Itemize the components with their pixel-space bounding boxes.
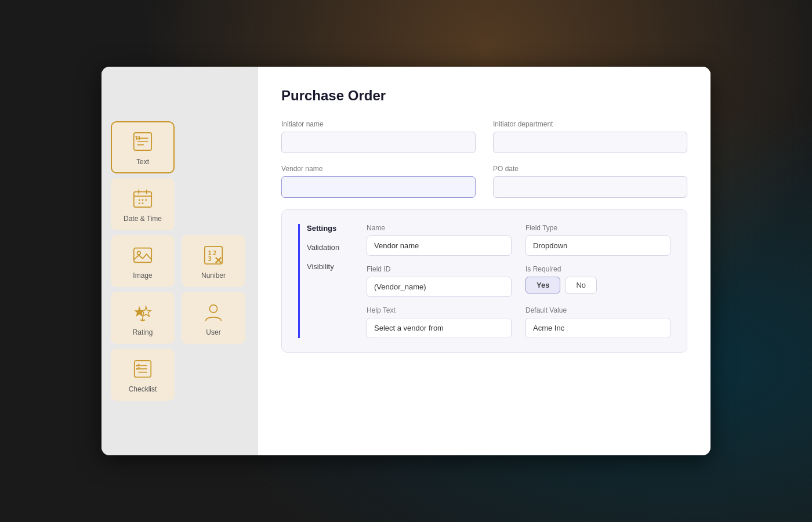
is-required-radio-group: Yes No (525, 277, 670, 293)
tab-visibility[interactable]: Visibility (307, 262, 350, 271)
svg-point-11 (145, 199, 147, 201)
sidebar-item-text-label: Text (136, 158, 149, 166)
sidebar-row-4: Rating User (111, 292, 245, 344)
image-icon (130, 242, 155, 268)
settings-field-type-field: Field Type (525, 224, 670, 256)
svg-point-15 (137, 251, 141, 255)
settings-name-input[interactable] (367, 235, 512, 256)
content-area: Purchase Order Initiator name Initiator … (258, 67, 710, 455)
tab-validation[interactable]: Validation (307, 243, 350, 252)
sidebar-row-3: Image 1 2 3 Nuniber (111, 235, 245, 287)
settings-is-required-label: Is Required (525, 265, 670, 273)
sidebar-item-checklist-label: Checklist (129, 385, 157, 393)
sidebar-item-user[interactable]: User (182, 292, 245, 344)
svg-point-9 (139, 199, 140, 201)
settings-panel: Settings Validation Visibility Name Fiel… (281, 209, 687, 353)
vendor-name-label: Vendor name (281, 165, 476, 173)
sidebar-item-image-label: Image (133, 271, 152, 280)
settings-default-value-label: Default Value (525, 306, 670, 314)
settings-field-type-input[interactable] (525, 235, 670, 256)
vendor-name-field: Vendor name (281, 165, 476, 198)
settings-help-text-field: Help Text (367, 306, 512, 338)
settings-field-id-input[interactable] (367, 277, 512, 297)
tab-settings[interactable]: Settings (307, 224, 350, 233)
svg-point-10 (142, 199, 144, 201)
checklist-icon (130, 356, 155, 382)
vendor-name-input[interactable] (281, 176, 476, 198)
settings-field-type-label: Field Type (525, 224, 670, 232)
svg-point-27 (209, 305, 217, 313)
main-container: TI Text (102, 67, 710, 455)
sidebar-item-user-label: User (206, 328, 220, 336)
initiator-department-field: Initiator department (493, 120, 687, 153)
sidebar-item-rating-label: Rating (133, 328, 153, 336)
sidebar-row-2: Date & Time (111, 178, 175, 230)
svg-point-13 (142, 202, 144, 204)
settings-field-id-label: Field ID (367, 265, 512, 273)
sidebar-item-datetime-label: Date & Time (124, 215, 162, 223)
sidebar-item-number[interactable]: 1 2 3 Nuniber (182, 235, 245, 287)
initiator-name-field: Initiator name (281, 120, 476, 153)
initiator-name-input[interactable] (281, 132, 476, 153)
sidebar-item-checklist[interactable]: Checklist (111, 349, 175, 401)
svg-text:TI: TI (135, 135, 141, 141)
user-icon (201, 299, 226, 325)
settings-default-value-field: Default Value (525, 306, 670, 338)
sidebar-item-text[interactable]: TI Text (111, 121, 175, 173)
number-icon: 1 2 3 (201, 242, 226, 268)
sidebar-row-1: TI Text (111, 121, 175, 173)
svg-text:2: 2 (213, 249, 216, 256)
settings-name-label: Name (367, 224, 512, 232)
text-icon: TI (130, 129, 155, 154)
po-date-label: PO date (493, 165, 687, 173)
page-title: Purchase Order (281, 88, 687, 104)
sidebar-item-image[interactable]: Image (111, 235, 175, 287)
svg-marker-23 (141, 307, 151, 317)
settings-tabs: Settings Validation Visibility (298, 224, 350, 338)
datetime-icon (130, 186, 155, 211)
svg-point-12 (139, 202, 140, 204)
sidebar-item-number-label: Nuniber (201, 271, 226, 280)
svg-text:3: 3 (208, 255, 212, 262)
yes-button[interactable]: Yes (525, 277, 560, 293)
no-button[interactable]: No (565, 277, 597, 293)
initiator-name-label: Initiator name (281, 120, 476, 128)
settings-fields: Name Field Type Field ID Is Required (367, 224, 670, 338)
initiator-department-input[interactable] (493, 132, 687, 153)
settings-help-text-label: Help Text (367, 306, 512, 314)
settings-help-text-input[interactable] (367, 318, 512, 338)
form-grid: Initiator name Initiator department Vend… (281, 120, 687, 198)
settings-name-field: Name (367, 224, 512, 256)
sidebar-item-datetime[interactable]: Date & Time (111, 178, 175, 230)
rating-icon (130, 299, 155, 325)
sidebar-item-rating[interactable]: Rating (111, 292, 175, 344)
po-date-field: PO date (493, 165, 687, 198)
settings-is-required-field: Is Required Yes No (525, 265, 670, 297)
po-date-input[interactable] (493, 176, 687, 198)
svg-rect-14 (134, 248, 151, 263)
settings-field-id-field: Field ID (367, 265, 512, 297)
sidebar: TI Text (102, 67, 258, 455)
initiator-department-label: Initiator department (493, 120, 687, 128)
sidebar-row-5: Checklist (111, 349, 175, 401)
settings-default-value-input[interactable] (525, 318, 670, 338)
